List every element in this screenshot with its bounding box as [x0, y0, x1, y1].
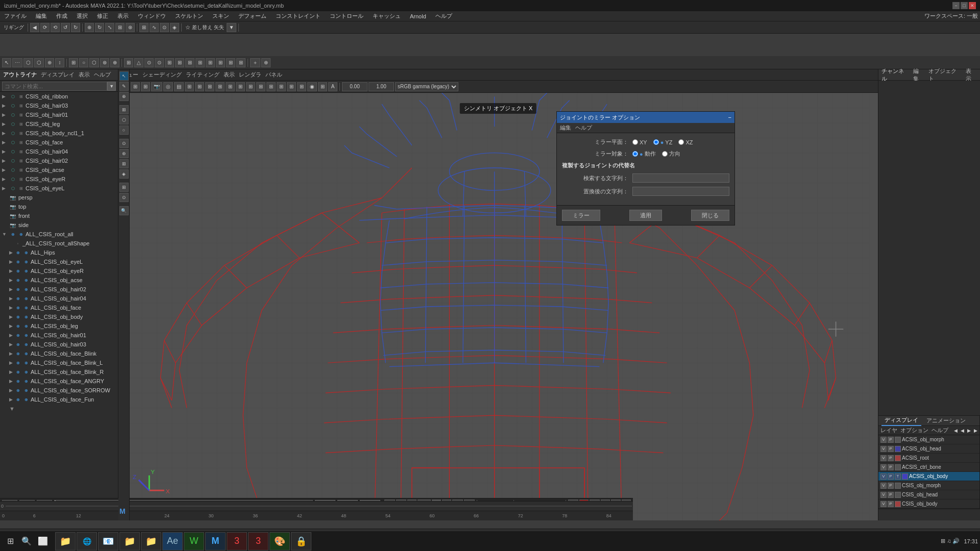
tool-rig5[interactable]: ⊞ [165, 58, 174, 67]
vp-tb-2[interactable]: ⊞ [131, 82, 140, 91]
layer-v-btn[interactable]: V [880, 473, 887, 480]
app-maya[interactable]: M [205, 532, 226, 550]
tree-item-all-face[interactable]: ▶ ⊕ ⊕ ALL_CSIS_obj_face [0, 303, 118, 312]
tree-item-leg[interactable]: ▶ ⬡ ⊞ CSIS_obj_leg [0, 119, 118, 129]
layer-p-btn[interactable]: P [888, 446, 894, 452]
app-mail[interactable]: 📧 [98, 532, 118, 550]
close-dialog-button[interactable]: 閉じる [691, 210, 729, 221]
scale-value-input[interactable] [369, 82, 394, 91]
tree-item-all-leg[interactable]: ▶ ⊕ ⊕ ALL_CSIS_obj_leg [0, 321, 118, 331]
vp-menu-display[interactable]: 表示 [224, 71, 235, 79]
channel-menu-edit[interactable]: 編集 [913, 67, 924, 83]
tool-poly2[interactable]: ○ [79, 58, 88, 67]
tool-10b[interactable]: ◈ [119, 169, 129, 179]
tool-select-btn[interactable]: ↖ [119, 71, 129, 81]
vp-tb-16[interactable]: ⊞ [287, 82, 296, 91]
tree-item-more[interactable]: ▼ [0, 404, 118, 413]
tree-item-face-fun[interactable]: ▶ ⊕ ⊕ ALL_CSIS_obj_face_Fun [0, 395, 118, 404]
vp-tb-17[interactable]: ⊞ [297, 82, 306, 91]
tb-snap-surface[interactable]: ◈ [170, 23, 179, 32]
tool-rig9[interactable]: ⊞ [206, 58, 215, 67]
vp-tb-13[interactable]: ⊞ [256, 82, 265, 91]
mirror-button[interactable]: ミラー [562, 210, 600, 221]
vp-tb-15[interactable]: ⊞ [277, 82, 286, 91]
layer-p-btn[interactable]: P [888, 483, 894, 489]
tool-select[interactable]: ↖ [2, 58, 11, 67]
tool-7b[interactable]: ⊙ [119, 139, 129, 148]
timeline-ruler[interactable]: 0 // ticks rendered inline [0, 502, 633, 511]
tree-item-all-hair04[interactable]: ▶ ⊕ ⊕ ALL_CSIS_obj_hair04 [0, 294, 118, 303]
radio-behavior[interactable]: ● 動作 [632, 150, 656, 158]
tree-item-front[interactable]: ▶ 📷 front [0, 211, 118, 220]
outliner-search-dropdown[interactable]: ▼ [107, 82, 116, 91]
channel-menu-display[interactable]: 表示 [966, 67, 977, 83]
anim-tab-animation[interactable]: アニメーション [923, 416, 969, 425]
radio-xy-input[interactable] [632, 139, 638, 145]
tool-rig11[interactable]: ⊞ [226, 58, 235, 67]
ap-arrow-right2[interactable]: ▶ [974, 428, 977, 433]
tree-item-ribbon[interactable]: ▶ ⬡ ⊞ CSIS_obj_ribbon [0, 92, 118, 101]
tb-btn-scale[interactable]: ⤡ [105, 23, 114, 32]
close-button[interactable]: ✕ [969, 2, 976, 9]
tb-btn-manip[interactable]: ⊛ [126, 23, 135, 32]
tree-item-face-sorrow[interactable]: ▶ ⊕ ⊕ ALL_CSIS_obj_face_SORROW [0, 386, 118, 395]
tool-rig4[interactable]: ⊙ [155, 58, 164, 67]
layer-t-btn[interactable]: T [895, 473, 901, 480]
layer-p-btn[interactable]: P [888, 473, 894, 480]
vp-tb-6[interactable]: ⊞ [185, 82, 194, 91]
vp-tb-9[interactable]: ⊞ [215, 82, 225, 91]
vp-tb-10[interactable]: ⊞ [226, 82, 235, 91]
tool-9b[interactable]: ⊞ [119, 159, 129, 168]
tb-btn-5[interactable]: ↻ [71, 23, 80, 32]
radio-xz-input[interactable] [678, 139, 684, 145]
vp-tb-12[interactable]: ⊞ [246, 82, 255, 91]
layer-v-btn[interactable]: V [880, 501, 887, 507]
tb-btn-3[interactable]: ⟲ [51, 23, 60, 32]
tool-rig10[interactable]: ⊞ [216, 58, 225, 67]
menu-skeleton[interactable]: スケルトン [173, 11, 205, 21]
tb-mode-dropdown[interactable]: ▼ [227, 23, 237, 32]
viewport-canvas[interactable]: X Y Z シンメトリ オブジェクト X front -Z [118, 93, 878, 520]
vp-menu-shading[interactable]: シェーディング [142, 71, 182, 79]
menu-edit[interactable]: 編集 [34, 11, 49, 21]
tool-plus2[interactable]: ⊕ [261, 58, 271, 67]
menu-constraint[interactable]: コンストレイント [274, 11, 323, 21]
menu-display[interactable]: 表示 [115, 11, 131, 21]
ap-menu-layer[interactable]: レイヤ [880, 427, 897, 434]
tree-item-hair03[interactable]: ▶ ⬡ ⊞ CSIS_obj_hair03 [0, 101, 118, 110]
radio-xz[interactable]: XZ [678, 139, 693, 145]
vp-tb-3[interactable]: ⊞ [141, 82, 150, 91]
tree-item-eyeR[interactable]: ▶ ⬡ ⊞ CSIS_obj_eyeR [0, 174, 118, 184]
tool-rig1[interactable]: ⊞ [124, 58, 133, 67]
radio-direction-input[interactable] [662, 151, 668, 157]
apply-button[interactable]: 適用 [629, 210, 662, 221]
outliner-menu-view[interactable]: 表示 [79, 71, 90, 79]
menu-arnold[interactable]: Arnold [408, 12, 428, 20]
vp-tb-iso[interactable]: ◉ [307, 82, 317, 91]
app-folder2[interactable]: 📁 [141, 532, 161, 550]
layer-v-btn[interactable]: V [880, 437, 887, 443]
tool-4b[interactable]: ⊞ [119, 105, 129, 114]
tool-3[interactable]: ⊕ [119, 92, 129, 101]
tree-item-side[interactable]: ▶ 📷 side [0, 220, 118, 230]
tool-poly4[interactable]: ⊛ [100, 58, 109, 67]
tree-item-root-all[interactable]: ▼ ⊕ ⊕ ALL_CSIS_root_all [0, 230, 118, 239]
app-3ds2[interactable]: 3 [248, 532, 268, 550]
outliner-menu-help[interactable]: ヘルプ [94, 71, 111, 79]
minimize-button[interactable]: − [952, 2, 960, 9]
tree-item-face-blink[interactable]: ▶ ⊕ ⊕ ALL_CSIS_obj_face_Blink [0, 349, 118, 358]
tree-item-body-ncl[interactable]: ▶ ⬡ ⊞ CSIS_obj_body_ncl1_1 [0, 129, 118, 138]
tree-item-all-hair03[interactable]: ▶ ⊕ ⊕ ALL_CSIS_obj_hair03 [0, 340, 118, 349]
tool-rig8[interactable]: ⊞ [195, 58, 205, 67]
channel-menu-object[interactable]: オブジェクト [928, 67, 962, 83]
replace-string-input[interactable] [632, 187, 729, 196]
tool-rig12[interactable]: ⊞ [236, 58, 246, 67]
tree-item-face[interactable]: ▶ ⬡ ⊞ CSIS_obj_face [0, 138, 118, 147]
vp-menu-lighting[interactable]: ライティング [186, 71, 219, 79]
tool-rig6[interactable]: ⊞ [175, 58, 184, 67]
tb-snap-point[interactable]: ⊙ [160, 23, 169, 32]
tb-snap-curve[interactable]: ∿ [150, 23, 159, 32]
app-chrome[interactable]: 🌐 [77, 532, 97, 550]
menu-create[interactable]: 作成 [54, 11, 69, 21]
radio-behavior-input[interactable] [632, 151, 638, 157]
